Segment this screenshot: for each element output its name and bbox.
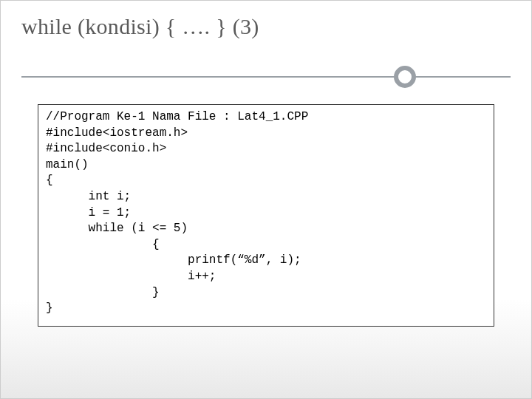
divider-line bbox=[21, 76, 511, 78]
code-block: //Program Ke-1 Nama File : Lat4_1.CPP #i… bbox=[38, 104, 494, 327]
code-content: //Program Ke-1 Nama File : Lat4_1.CPP #i… bbox=[46, 109, 486, 317]
title-divider bbox=[21, 66, 511, 88]
slide-title: while (kondisi) { …. } (3) bbox=[21, 14, 511, 39]
ring-ornament-icon bbox=[394, 66, 416, 88]
